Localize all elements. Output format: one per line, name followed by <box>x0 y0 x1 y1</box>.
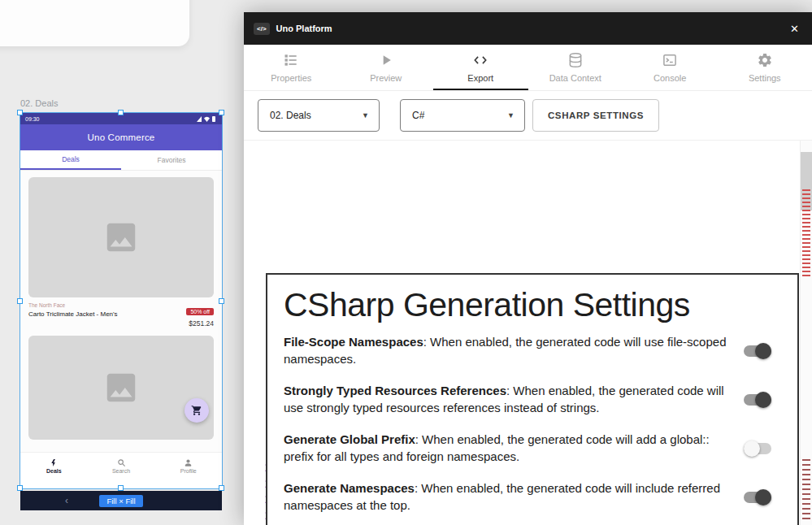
image-icon <box>102 369 140 406</box>
phone-tab-deals[interactable]: Deals <box>20 150 121 170</box>
phone-bottom-nav: Deals Search Profile <box>20 452 222 479</box>
collapse-chevron-icon[interactable]: ‹ <box>65 496 68 505</box>
setting-text: File-Scope Namespaces: When enabled, the… <box>284 334 740 367</box>
setting-row-strongly-typed-resources: Strongly Typed Resources References: Whe… <box>284 383 781 416</box>
product-brand: The North Face <box>28 302 118 308</box>
setting-text: Strongly Typed Resources References: Whe… <box>284 383 740 416</box>
window-title: Uno Platform <box>276 24 332 33</box>
status-icons <box>196 115 217 123</box>
product-info: The North Face Carto Triclimate Jacket -… <box>28 302 118 328</box>
tab-preview[interactable]: Preview <box>339 45 434 90</box>
minimap-marks <box>802 459 810 521</box>
product-image-placeholder[interactable] <box>28 336 214 440</box>
toggle-thumb <box>744 440 760 457</box>
toggle-generate-namespaces[interactable] <box>744 492 771 503</box>
selection-handle-mid-right[interactable] <box>219 298 224 304</box>
chevron-down-icon: ▼ <box>507 111 515 119</box>
tab-console[interactable]: Console <box>623 45 718 90</box>
image-icon <box>102 219 140 256</box>
chevron-down-icon: ▼ <box>362 111 369 119</box>
csharp-settings-modal: CSharp Generation Settings File-Scope Na… <box>266 273 799 525</box>
database-icon <box>567 52 584 68</box>
cart-fab-button[interactable] <box>185 398 209 423</box>
tab-settings[interactable]: Settings <box>718 45 812 90</box>
tab-label: Preview <box>370 73 402 83</box>
cart-icon <box>191 405 202 416</box>
frame-label[interactable]: 02. Deals <box>20 98 58 108</box>
toggle-file-scope-namespaces[interactable] <box>744 345 771 357</box>
nav-item-deals[interactable]: Deals <box>20 453 88 479</box>
product-row[interactable]: The North Face Carto Triclimate Jacket -… <box>20 297 222 329</box>
search-icon <box>117 458 126 467</box>
product-pricing: 50% off $251.24 <box>186 302 214 328</box>
setting-name: Strongly Typed Resources References <box>284 384 506 397</box>
uno-platform-window: </> Uno Platform ✕ Properties Preview Ex… <box>244 12 812 525</box>
phone-tab-favorites[interactable]: Favorites <box>121 150 222 170</box>
toggle-generate-global-prefix[interactable] <box>744 443 771 454</box>
code-brackets-icon: </> <box>254 23 270 35</box>
csharp-settings-button[interactable]: CSHARP SETTINGS <box>532 99 659 132</box>
nav-item-search[interactable]: Search <box>88 453 155 479</box>
status-time: 09:30 <box>25 116 40 122</box>
code-editor[interactable]: 21 s => s 22 .Foreground(StatusBarForegr… <box>244 140 812 525</box>
selection-handle-top-right[interactable] <box>219 110 224 115</box>
nav-label: Search <box>112 468 130 474</box>
tab-export[interactable]: Export <box>433 45 528 90</box>
tab-data-context[interactable]: Data Context <box>528 45 623 90</box>
frame-size-badge[interactable]: Fill × Fill <box>99 495 142 507</box>
language-select-value: C# <box>412 110 424 121</box>
tab-label: Export <box>467 73 493 83</box>
selection-handle-top-mid[interactable] <box>118 110 124 115</box>
toggle-thumb <box>755 392 771 408</box>
phone-app-title: Uno Commerce <box>88 132 155 142</box>
setting-name: Generate Namespaces <box>284 481 415 495</box>
window-tab-strip: Properties Preview Export Data Context <box>244 45 812 91</box>
adjacent-artboard <box>0 0 189 46</box>
product-price: $251.24 <box>186 319 214 328</box>
tab-properties[interactable]: Properties <box>244 45 339 90</box>
product-name: Carto Triclimate Jacket - Men's <box>28 310 118 318</box>
lightning-icon <box>50 458 59 467</box>
phone-tab-bar: Deals Favorites <box>20 150 222 171</box>
setting-name: File-Scope Namespaces <box>284 335 423 349</box>
selection-handle-bottom-left[interactable] <box>17 485 23 491</box>
tab-label: Settings <box>749 73 781 83</box>
selection-handle-top-left[interactable] <box>17 110 23 115</box>
nav-label: Profile <box>180 468 197 474</box>
setting-row-file-scope-namespaces: File-Scope Namespaces: When enabled, the… <box>284 334 781 367</box>
language-select[interactable]: C# ▼ <box>400 99 525 132</box>
frame-size-bar: ‹ Fill × Fill <box>20 491 222 510</box>
selection-handle-bottom-mid[interactable] <box>118 485 124 491</box>
phone-app-bar: Uno Commerce <box>20 124 222 150</box>
product-image-placeholder[interactable] <box>28 177 214 297</box>
nav-item-profile[interactable]: Profile <box>154 453 222 479</box>
modal-title: CSharp Generation Settings <box>284 286 781 324</box>
minimap <box>800 141 812 525</box>
terminal-icon <box>662 52 678 68</box>
tab-label: Properties <box>271 73 311 83</box>
page-select[interactable]: 02. Deals ▼ <box>258 99 380 132</box>
page-select-value: 02. Deals <box>270 110 311 121</box>
list-icon <box>283 52 299 68</box>
phone-frame[interactable]: 09:30 Uno Commerce Deals Favorites The N… <box>20 113 222 488</box>
setting-name: Generate Global Prefix <box>284 432 415 446</box>
selection-handle-bottom-right[interactable] <box>219 485 224 491</box>
person-icon <box>184 458 193 467</box>
setting-text: Generate Namespaces: When enabled, the g… <box>284 480 740 514</box>
tab-label: Console <box>654 73 686 83</box>
toggle-thumb <box>755 489 771 505</box>
setting-row-generate-global-prefix: Generate Global Prefix: When enabled, th… <box>284 432 781 465</box>
selection-handle-mid-left[interactable] <box>17 298 23 304</box>
nav-label: Deals <box>46 468 62 474</box>
close-icon[interactable]: ✕ <box>787 21 802 37</box>
export-toolbar: 02. Deals ▼ C# ▼ CSHARP SETTINGS <box>244 91 812 140</box>
tab-label: Data Context <box>549 73 601 83</box>
toggle-thumb <box>755 343 771 359</box>
setting-text: Generate Global Prefix: When enabled, th… <box>284 432 740 465</box>
setting-row-generate-namespaces: Generate Namespaces: When enabled, the g… <box>284 480 781 514</box>
discount-badge: 50% off <box>186 308 214 315</box>
play-icon <box>378 52 394 68</box>
code-icon <box>472 52 489 68</box>
toggle-strongly-typed-resources[interactable] <box>744 394 771 406</box>
window-titlebar[interactable]: </> Uno Platform ✕ <box>244 12 812 45</box>
